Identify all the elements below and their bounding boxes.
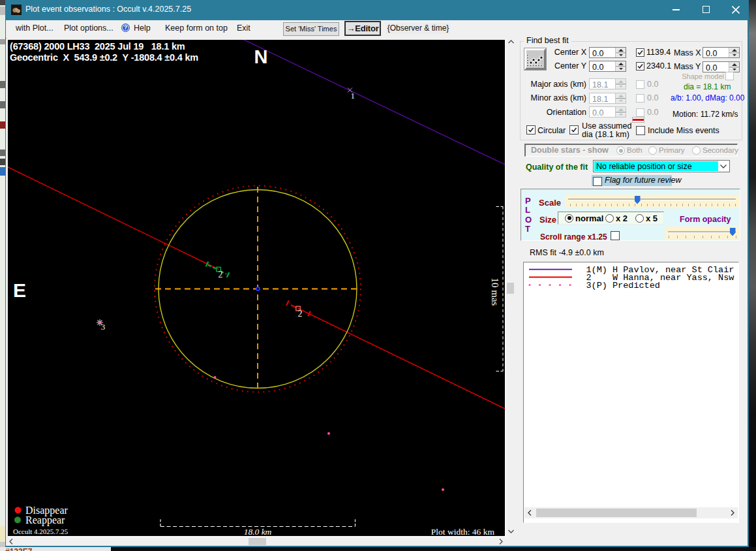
- svg-text:Reappear: Reappear: [25, 514, 65, 526]
- svg-text:18.0 km: 18.0 km: [244, 527, 272, 537]
- svg-text:3(P) Predicted: 3(P) Predicted: [586, 281, 660, 291]
- svg-text:N: N: [254, 46, 268, 67]
- svg-text:Geocentric X 543.9 ±0.2 Y -: Geocentric X 543.9 ±0.2 Y -1808.4 ±0.4 k…: [10, 52, 198, 63]
- svg-text:2: 2: [219, 270, 223, 279]
- svg-text:Plot width: 46 km: Plot width: 46 km: [431, 527, 495, 537]
- svg-text:2: 2: [298, 309, 303, 319]
- svg-text:Occult 4.2025.7.25: Occult 4.2025.7.25: [13, 527, 68, 535]
- svg-text:(67368) 2000 LH33 2025 Jul 19: (67368) 2000 LH33 2025 Jul 19 18.1 km: [10, 41, 185, 52]
- svg-text:E: E: [13, 279, 26, 301]
- svg-text:1: 1: [351, 91, 355, 101]
- svg-text:3: 3: [101, 322, 106, 332]
- svg-text:10 mas: 10 mas: [490, 278, 500, 306]
